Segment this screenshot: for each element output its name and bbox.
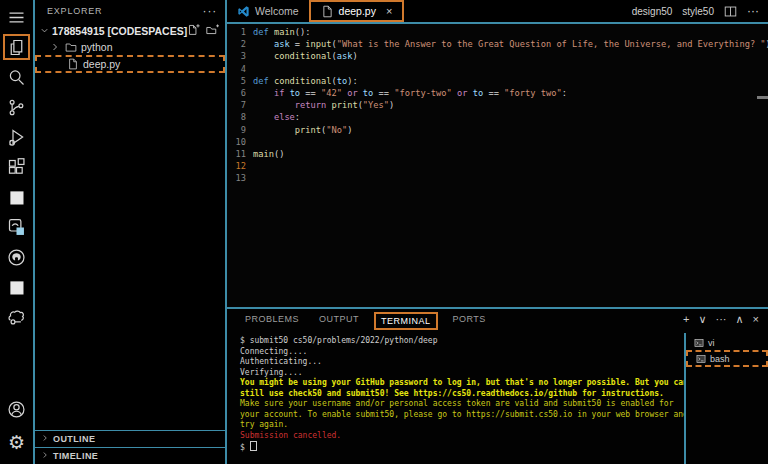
github-icon[interactable] [3,244,30,270]
sidebar-section-outline[interactable]: OUTLINE [35,430,225,447]
source-control-icon[interactable] [3,94,30,120]
menu-icon[interactable] [3,4,30,30]
line-number: 11 [227,148,246,160]
code-text: def conditional(to): [253,75,358,87]
folder-icon [65,41,77,53]
panel-tab-output[interactable]: OUTPUT [314,312,364,330]
action-design50[interactable]: design50 [632,6,673,17]
terminal-line: Make sure your username and/or personal … [240,399,684,410]
extensions-icon[interactable] [3,154,30,180]
sidebar-section-timeline[interactable]: TIMELINE [35,447,225,464]
code-line[interactable]: 6 if to == "42" or to == "forty-two" or … [227,87,768,99]
tab-deep-py[interactable]: deep.py× [309,0,405,22]
panel-tab-ports[interactable]: PORTS [448,312,491,330]
scrollbar-marker[interactable] [757,96,768,99]
launch-profile-dropdown-icon[interactable]: ∨ [698,313,706,326]
code-line[interactable]: 1def main(): [227,26,768,38]
code-line[interactable]: 8 else: [227,111,768,123]
terminal-line: still use check50 and submit50! See http… [240,389,684,400]
code-line[interactable]: 2 ask = input("What is the Answer to the… [227,38,768,50]
code-editor[interactable]: 1def main():2 ask = input("What is the A… [227,24,768,307]
line-number: 3 [227,50,246,62]
terminal-line: Verifying.... [240,368,684,379]
code-text: else: [253,111,300,123]
section-label: OUTLINE [53,434,95,444]
code-line[interactable]: 13 [227,172,768,184]
line-number: 5 [227,75,246,87]
terminal-list-item-bash[interactable]: bash [686,350,768,367]
line-number: 1 [227,26,246,38]
code-line[interactable]: 12 [227,160,768,172]
new-terminal-icon[interactable]: + [683,313,689,326]
code-line[interactable]: 9 print("No") [227,124,768,136]
editor-more-icon[interactable]: ··· [747,4,759,18]
chevron-down-icon [39,25,50,36]
sidebar-empty-space [35,73,225,430]
file-icon [67,58,79,70]
close-panel-icon[interactable]: × [753,313,759,326]
explorer-icon[interactable] [3,34,30,60]
cs50-extension-icon[interactable] [3,304,30,330]
line-number: 2 [227,38,246,50]
terminal-list-item-vi[interactable]: vi [686,335,768,350]
tree-item-python[interactable]: python [35,39,225,55]
code-text: def main(): [253,26,311,38]
terminal-line: Submission cancelled. [240,431,684,442]
code-line[interactable]: 7 return print("Yes") [227,99,768,111]
terminal-output[interactable]: $ submit50 cs50/problems/2022/python/dee… [227,333,684,464]
code-text: return print("Yes") [253,99,394,111]
maximize-panel-icon[interactable]: ∧ [736,313,744,326]
tab-label: deep.py [339,5,376,17]
tab-welcome[interactable]: Welcome [227,0,309,22]
code-line[interactable]: 11main() [227,148,768,160]
editor-tabs: Welcomedeep.py× [227,0,404,22]
panel-tab-problems[interactable]: PROBLEMS [240,312,304,330]
split-editor-icon[interactable] [724,5,737,18]
panel-more-actions-icon[interactable]: ··· [716,313,727,326]
terminal-icon [694,338,704,348]
sidebar-sections: OUTLINETIMELINE [35,430,225,464]
new-file-icon[interactable] [187,23,200,38]
line-number: 7 [227,99,246,111]
terminal-label: vi [708,338,715,348]
panel-actions: +∨···∧× [683,313,759,326]
chevron-right-icon [40,450,50,462]
panel-tab-terminal[interactable]: TERMINAL [374,312,438,330]
file-tree: pythondeep.py [35,39,225,73]
sidebar-title: EXPLORER [47,6,102,16]
settings-icon[interactable]: ⚙ [3,430,30,456]
terminal-icon [696,354,706,364]
design50-extension-icon[interactable] [3,214,30,240]
line-number: 8 [227,111,246,123]
new-folder-icon[interactable] [206,23,219,38]
explorer-sidebar: EXPLORER ··· 178854915 [CODESPACES] pyth… [35,0,227,464]
activity-bar-items [3,0,30,330]
activity-bar-bottom-items: ⚙ [3,388,30,456]
bottom-panel: PROBLEMSOUTPUTTERMINALPORTS +∨···∧× $ su… [227,307,768,464]
code-line[interactable]: 10 [227,136,768,148]
extension-square-2-icon[interactable] [3,274,30,300]
extension-square-1-icon[interactable] [3,184,30,210]
close-icon[interactable]: × [386,5,392,17]
code-line[interactable]: 3 conditional(ask) [227,50,768,62]
search-icon[interactable] [3,64,30,90]
file-icon [321,5,334,18]
editor-tab-bar: Welcomedeep.py× design50style50··· [227,0,768,24]
tree-item-deep.py[interactable]: deep.py [35,55,225,73]
workspace-root-row[interactable]: 178854915 [CODESPACES] [35,22,225,39]
activity-bar: ⚙ [0,0,35,464]
account-icon[interactable] [3,396,30,422]
sidebar-more-icon[interactable]: ··· [203,7,217,15]
line-number: 10 [227,136,246,148]
code-line[interactable]: 4 [227,63,768,75]
terminal-line: You might be using your GitHub password … [240,378,684,389]
line-number: 12 [227,160,246,172]
action-style50[interactable]: style50 [682,6,714,17]
chevron-right-icon [49,41,61,53]
code-line[interactable]: 5def conditional(to): [227,75,768,87]
run-debug-icon[interactable] [3,124,30,150]
code-text: ask = input("What is the Answer to the G… [253,38,768,50]
terminal-line: try again. [240,420,684,431]
panel-header: PROBLEMSOUTPUTTERMINALPORTS +∨···∧× [227,309,768,333]
code-text: conditional(ask) [253,50,358,62]
